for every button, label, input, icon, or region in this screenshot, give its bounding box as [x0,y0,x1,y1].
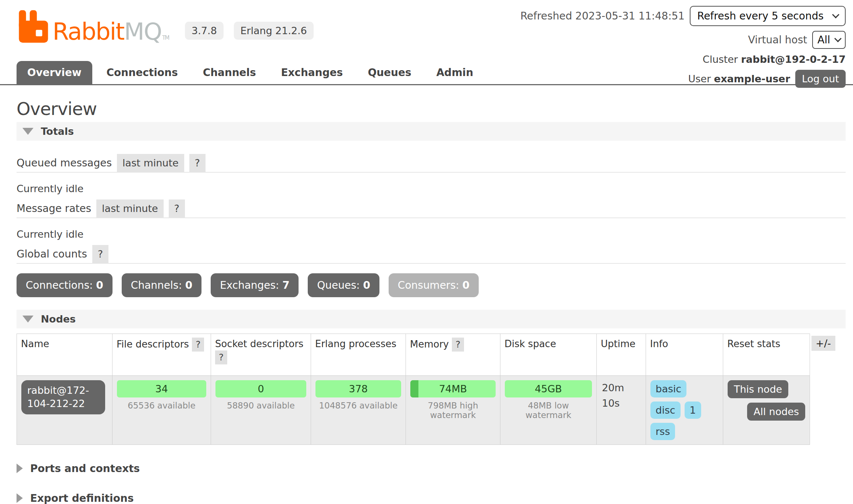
virtual-host-value: All [817,34,830,46]
socket-descriptors-help-icon[interactable]: ? [215,350,227,364]
nodes-table: Name File descriptors ? Socket descripto… [17,334,810,445]
ports-and-contexts-section[interactable]: Ports and contexts [17,462,846,475]
queued-messages-idle-text: Currently idle [17,183,846,194]
rabbitmq-wordmark: RabbitMQTM [53,20,169,43]
file-descriptors-cell: 34 65536 available [113,375,211,444]
queues-count-button[interactable]: Queues: 0 [308,273,379,297]
trademark-label: TM [162,35,169,41]
info-badge-1: 1 [685,402,701,419]
global-counts-row: Global counts ? [17,245,846,264]
export-definitions-section[interactable]: Export definitions [17,492,846,504]
memory-used-segment [410,380,418,397]
col-erlang-processes: Erlang processes [311,334,406,376]
info-cell: basic disc 1 rss [646,375,723,444]
memory-watermark: 798MB high watermark [410,401,496,420]
consumers-count-button[interactable]: Consumers: 0 [389,273,479,297]
virtual-host-label: Virtual host [748,34,807,46]
tab-admin[interactable]: Admin [426,61,484,84]
queued-messages-range-tab[interactable]: last minute [117,154,184,172]
memory-help-icon[interactable]: ? [452,338,464,352]
message-rates-help-icon[interactable]: ? [169,199,185,217]
disk-space-bar: 45GB [505,380,592,397]
erlang-processes-available: 1048576 available [315,401,401,410]
disk-space-cell: 45GB 48MB low watermark [500,375,597,444]
col-file-descriptors: File descriptors ? [113,334,211,376]
user-line: User example-user [688,73,790,84]
page-title: Overview [17,98,846,119]
cluster-line: Cluster rabbit@192-0-2-17 [703,54,846,65]
col-disk-space: Disk space [500,334,597,376]
tab-channels[interactable]: Channels [192,61,267,84]
chevron-down-icon [834,35,842,42]
col-memory: Memory ? [406,334,500,376]
triangle-down-icon [22,316,33,323]
queued-messages-help-icon[interactable]: ? [189,154,206,172]
message-rates-label: Message rates [17,199,91,217]
memory-bar: 74MB [410,380,496,397]
reset-all-nodes-button[interactable]: All nodes [747,403,805,421]
refreshed-timestamp: Refreshed 2023-05-31 11:48:51 [520,10,685,22]
refresh-interval-value: Refresh every 5 seconds [697,10,824,22]
erlang-processes-cell: 378 1048576 available [311,375,406,444]
info-badge-basic: basic [650,380,686,397]
col-name: Name [17,334,113,376]
connections-count-button[interactable]: Connections: 0 [17,273,113,297]
reset-stats-cell: This node All nodes [723,375,810,444]
erlang-version-badge: Erlang 21.2.6 [234,22,314,40]
file-descriptors-help-icon[interactable]: ? [192,338,204,352]
column-toggle-button[interactable]: +/- [811,336,835,351]
info-badge-disc: disc [650,402,681,419]
queued-messages-row: Queued messages last minute ? [17,154,846,173]
rabbitmq-version-badge: 3.7.8 [185,22,224,40]
erlang-processes-bar: 378 [315,380,401,397]
node-row: rabbit@172-104-212-22 34 65536 available… [17,375,810,444]
queued-messages-label: Queued messages [17,154,112,172]
nodes-section-title: Nodes [41,313,76,325]
socket-descriptors-bar: 0 [215,380,306,397]
totals-section-header[interactable]: Totals [17,122,846,141]
message-rates-row: Message rates last minute ? [17,199,846,218]
node-name-badge[interactable]: rabbit@172-104-212-22 [21,380,105,414]
user-name: example-user [714,73,790,84]
triangle-right-icon [17,464,23,473]
col-socket-descriptors: Socket descriptors ? [211,334,311,376]
col-reset-stats: Reset stats [723,334,810,376]
refresh-interval-select[interactable]: Refresh every 5 seconds [690,6,846,26]
chevron-down-icon [832,11,839,18]
page-header: RabbitMQTM 3.7.8 Erlang 21.2.6 Refreshed… [0,0,853,85]
virtual-host-select[interactable]: All [812,31,846,49]
tab-queues[interactable]: Queues [357,61,422,84]
col-uptime: Uptime [597,334,646,376]
disk-space-watermark: 48MB low watermark [505,401,592,420]
file-descriptors-available: 65536 available [117,401,206,410]
socket-descriptors-available: 58890 available [215,401,306,410]
cluster-name: rabbit@192-0-2-17 [741,54,846,65]
file-descriptors-bar: 34 [117,380,206,397]
memory-cell: 74MB 798MB high watermark [406,375,500,444]
tab-overview[interactable]: Overview [17,61,92,84]
global-counts-buttons: Connections: 0 Channels: 0 Exchanges: 7 … [17,273,846,297]
socket-descriptors-cell: 0 58890 available [211,375,311,444]
totals-section-title: Totals [41,126,74,137]
message-rates-idle-text: Currently idle [17,228,846,240]
rabbitmq-rabbit-icon [17,10,50,43]
nodes-section-header[interactable]: Nodes [17,310,846,328]
info-badge-rss: rss [650,423,675,440]
col-info: Info [646,334,723,376]
reset-this-node-button[interactable]: This node [728,380,788,398]
global-counts-help-icon[interactable]: ? [92,245,108,263]
nodes-table-header-row: Name File descriptors ? Socket descripto… [17,334,810,376]
tab-connections[interactable]: Connections [96,61,189,84]
tab-exchanges[interactable]: Exchanges [270,61,353,84]
triangle-down-icon [22,128,33,135]
triangle-right-icon [17,493,23,503]
logout-button[interactable]: Log out [795,70,846,88]
exchanges-count-button[interactable]: Exchanges: 7 [211,273,299,297]
global-counts-label: Global counts [17,245,87,263]
message-rates-range-tab[interactable]: last minute [96,199,164,217]
rabbitmq-logo[interactable]: RabbitMQTM [17,10,169,43]
channels-count-button[interactable]: Channels: 0 [122,273,201,297]
uptime-cell: 20m 10s [597,375,646,444]
